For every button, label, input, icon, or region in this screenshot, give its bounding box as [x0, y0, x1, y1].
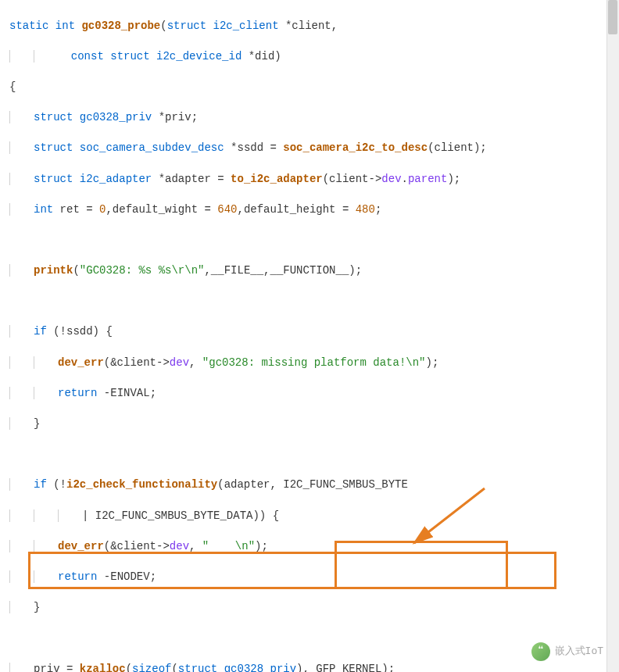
- param-did: *did): [249, 50, 281, 63]
- fn-dev-err: dev_err: [58, 356, 104, 369]
- kw-struct: struct: [34, 173, 73, 185]
- txt: priv =: [34, 663, 80, 672]
- str-missing: "gc0328: missing platform data!\n": [202, 356, 426, 369]
- txt: (&client->: [104, 356, 170, 369]
- txt: ), GFP_KERNEL);: [296, 663, 395, 672]
- type-priv: gc0328_priv: [80, 111, 152, 123]
- txt: (!: [47, 478, 66, 491]
- txt: );: [255, 540, 268, 552]
- fn-probe: gc0328_probe: [81, 20, 160, 32]
- num-640: 640: [217, 203, 237, 216]
- brace-open: {: [9, 80, 16, 93]
- txt: (client);: [428, 141, 487, 154]
- str-empty: " \n": [202, 540, 255, 552]
- txt: (client->: [323, 173, 382, 185]
- mem-dev: dev: [170, 540, 189, 552]
- kw-if: if: [34, 478, 47, 491]
- txt: *ssdd =: [231, 141, 283, 154]
- kw-static: static: [9, 20, 48, 32]
- txt: ,: [189, 540, 202, 552]
- code-editor[interactable]: static int gc0328_probe(struct i2c_clien…: [0, 0, 619, 672]
- brace-close: }: [34, 417, 40, 430]
- kw-struct: struct: [178, 663, 217, 672]
- kw-struct: struct: [110, 50, 149, 63]
- wechat-icon: ❝: [531, 642, 550, 661]
- watermark: ❝ 嵌入式IoT: [531, 642, 603, 661]
- txt: (: [171, 663, 177, 672]
- mem-dev: dev: [170, 356, 189, 369]
- var-priv: *priv;: [159, 111, 198, 123]
- kw-struct: struct: [34, 111, 73, 123]
- type-ssdd: soc_camera_subdev_desc: [80, 141, 224, 154]
- type-adapter: i2c_adapter: [80, 173, 152, 185]
- fn-printk: printk: [34, 264, 73, 277]
- fn-check-func: i2c_check_functionality: [66, 478, 217, 491]
- type-int: int: [55, 20, 75, 32]
- scrollbar-thumb[interactable]: [608, 0, 617, 34]
- txt: );: [426, 356, 439, 369]
- kw-sizeof: sizeof: [132, 663, 171, 672]
- watermark-text: 嵌入式IoT: [555, 645, 603, 659]
- txt: (&client->: [104, 540, 170, 552]
- txt: (: [126, 663, 132, 672]
- mem-dev: dev: [381, 173, 401, 185]
- kw-const: const: [71, 50, 104, 63]
- txt: );: [447, 173, 460, 185]
- txt: (: [73, 264, 79, 277]
- type-i2c-client: i2c_client: [213, 20, 279, 32]
- kw-struct: struct: [167, 20, 206, 32]
- txt: ,: [189, 356, 202, 369]
- fn-dev-err: dev_err: [58, 540, 104, 552]
- type-device-id: i2c_device_id: [156, 50, 242, 63]
- fn-kzalloc: kzalloc: [80, 663, 126, 672]
- txt: -EINVAL;: [97, 387, 156, 399]
- txt: ,__FILE__,__FUNCTION__);: [204, 264, 362, 277]
- txt: | I2C_FUNC_SMBUS_BYTE_DATA)) {: [82, 509, 279, 522]
- param-client: *client,: [285, 20, 338, 32]
- kw-if: if: [34, 325, 47, 338]
- txt: (adapter, I2C_FUNC_SMBUS_BYTE: [217, 478, 408, 491]
- txt: ;: [375, 203, 381, 216]
- type-int: int: [34, 203, 53, 216]
- kw-return: return: [58, 570, 97, 583]
- type-priv: gc0328_priv: [217, 663, 296, 672]
- txt: *adapter =: [159, 173, 231, 185]
- str-gc0328: "GC0328: %s %s\r\n": [80, 264, 205, 277]
- kw-struct: struct: [34, 141, 73, 154]
- brace-close: }: [34, 601, 40, 613]
- num-480: 480: [356, 203, 375, 216]
- txt: .: [402, 173, 408, 185]
- kw-return: return: [58, 387, 97, 399]
- fn-to-adapter: to_i2c_adapter: [231, 173, 323, 185]
- fn-to-desc: soc_camera_i2c_to_desc: [283, 141, 428, 154]
- scrollbar-track[interactable]: [606, 0, 619, 672]
- txt: ,default_wight =: [106, 203, 217, 216]
- txt: (!ssdd) {: [47, 325, 113, 338]
- txt: ret =: [53, 203, 99, 216]
- txt: ,default_height =: [237, 203, 355, 216]
- txt: -ENODEV;: [97, 570, 156, 583]
- mem-parent: parent: [408, 173, 447, 185]
